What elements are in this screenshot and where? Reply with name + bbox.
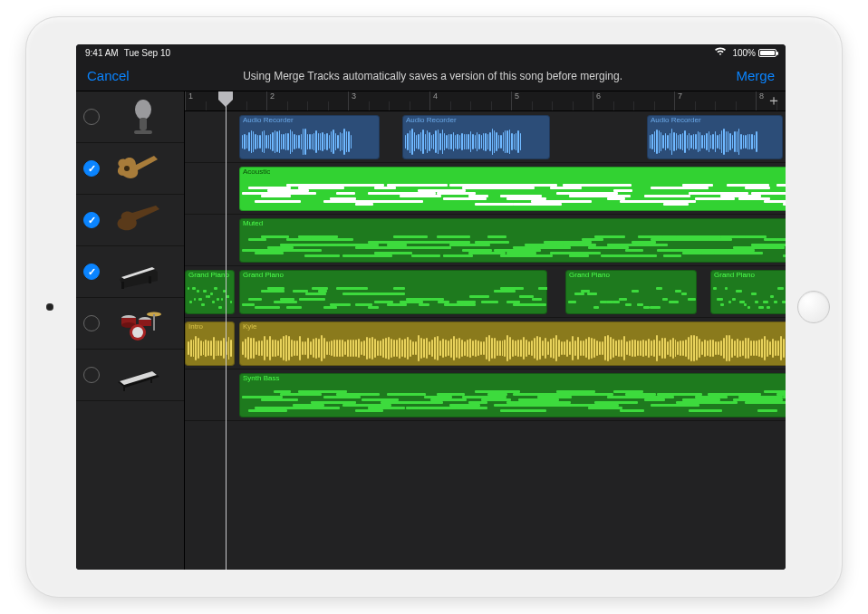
region-label: Grand Piano bbox=[569, 271, 610, 280]
ruler-subtick bbox=[389, 101, 390, 110]
region[interactable]: Kyle bbox=[239, 321, 786, 366]
region-content bbox=[647, 126, 783, 158]
ruler-subtick bbox=[715, 101, 716, 110]
bass-guitar-icon bbox=[107, 200, 170, 240]
region-label: Grand Piano bbox=[188, 271, 229, 280]
track-lane-piano[interactable]: Grand PianoGrand PianoGrand PianoGrand P… bbox=[185, 266, 786, 318]
svg-rect-16 bbox=[150, 378, 152, 383]
ruler-subtick bbox=[695, 101, 696, 110]
track-select-checkbox[interactable] bbox=[83, 160, 100, 177]
region-label: Grand Piano bbox=[243, 271, 284, 280]
track-header-bass-guitar[interactable] bbox=[76, 195, 184, 246]
region-label: Audio Recorder bbox=[651, 116, 701, 125]
region[interactable]: Intro bbox=[185, 321, 235, 366]
region-label: Kyle bbox=[243, 322, 257, 331]
front-camera bbox=[46, 303, 53, 311]
timeline-area[interactable]: ＋ 12345678 Audio RecorderAudio RecorderA… bbox=[185, 91, 786, 570]
ruler-bar-1[interactable]: 1 bbox=[185, 91, 193, 110]
region-label: Audio Recorder bbox=[406, 116, 457, 125]
region-content bbox=[239, 281, 547, 312]
region[interactable]: Audio Recorder bbox=[402, 115, 550, 159]
nav-bar: Cancel Using Merge Tracks automatically … bbox=[76, 61, 786, 91]
region[interactable]: Synth Bass bbox=[239, 373, 786, 417]
track-sidebar bbox=[76, 91, 185, 570]
ruler-bar-4[interactable]: 4 bbox=[429, 91, 438, 110]
svg-point-12 bbox=[132, 327, 143, 338]
ruler-subtick bbox=[470, 101, 471, 110]
ruler-subtick bbox=[491, 101, 492, 110]
region-label: Audio Recorder bbox=[243, 116, 294, 125]
keyboard-icon bbox=[107, 355, 170, 395]
ruler-bar-2[interactable]: 2 bbox=[266, 91, 275, 110]
region[interactable]: Audio Recorder bbox=[239, 115, 380, 159]
region-content bbox=[185, 281, 235, 312]
ruler-subtick bbox=[532, 101, 533, 110]
region[interactable]: Muted bbox=[239, 218, 786, 263]
region-label: Grand Piano bbox=[714, 271, 755, 280]
merge-button[interactable]: Merge bbox=[736, 68, 775, 83]
track-editor: ＋ 12345678 Audio RecorderAudio RecorderA… bbox=[76, 91, 786, 570]
track-select-checkbox[interactable] bbox=[83, 212, 100, 228]
region-label: Intro bbox=[188, 322, 203, 331]
svg-rect-5 bbox=[149, 276, 151, 283]
ruler-bar-6[interactable]: 6 bbox=[593, 91, 601, 110]
track-header-piano[interactable] bbox=[76, 246, 184, 298]
acoustic-guitar-icon bbox=[107, 149, 170, 188]
ruler-subtick bbox=[226, 101, 227, 110]
ruler[interactable]: ＋ 12345678 bbox=[185, 91, 786, 111]
region[interactable]: Acoustic bbox=[239, 167, 786, 211]
track-select-checkbox[interactable] bbox=[83, 315, 100, 331]
ruler-subtick bbox=[328, 101, 329, 110]
wifi-icon bbox=[714, 47, 727, 58]
track-lane-drums[interactable]: IntroKyle bbox=[185, 318, 786, 369]
ruler-subtick bbox=[654, 101, 655, 110]
track-select-checkbox[interactable] bbox=[83, 264, 100, 280]
track-lane-synth[interactable]: Synth Bass bbox=[185, 369, 786, 421]
add-section-button[interactable]: ＋ bbox=[766, 93, 782, 110]
region[interactable]: Audio Recorder bbox=[647, 115, 783, 159]
home-button[interactable] bbox=[797, 291, 830, 323]
track-header-vocal[interactable] bbox=[76, 91, 184, 143]
region-content bbox=[239, 177, 786, 209]
track-header-acoustic[interactable] bbox=[76, 143, 184, 195]
region-content bbox=[402, 126, 550, 158]
region[interactable]: Grand Piano bbox=[565, 270, 697, 314]
cancel-button[interactable]: Cancel bbox=[87, 68, 130, 83]
ipad-frame: 9:41 AM Tue Sep 10 100% Cancel Using Mer… bbox=[25, 16, 843, 598]
region-content bbox=[239, 332, 786, 364]
ruler-bar-3[interactable]: 3 bbox=[348, 91, 356, 110]
region[interactable]: Grand Piano bbox=[239, 270, 547, 314]
region[interactable]: Grand Piano bbox=[185, 270, 235, 314]
piano-icon bbox=[107, 252, 170, 292]
ruler-subtick bbox=[573, 101, 574, 110]
region-label: Muted bbox=[243, 219, 263, 228]
region[interactable]: Grand Piano bbox=[710, 270, 786, 314]
track-header-drums[interactable] bbox=[76, 298, 184, 350]
ruler-bar-8[interactable]: 8 bbox=[756, 91, 764, 110]
ruler-bar-7[interactable]: 7 bbox=[674, 91, 682, 110]
track-lane-vocal[interactable]: Audio RecorderAudio RecorderAudio Record… bbox=[185, 111, 786, 163]
track-lane-acoustic[interactable]: Acoustic bbox=[185, 163, 786, 215]
region-label: Acoustic bbox=[243, 168, 270, 177]
ruler-subtick bbox=[736, 101, 737, 110]
region-content bbox=[565, 281, 697, 312]
svg-rect-2 bbox=[134, 130, 152, 134]
track-select-checkbox[interactable] bbox=[83, 109, 100, 125]
ruler-subtick bbox=[633, 101, 634, 110]
svg-rect-4 bbox=[121, 282, 124, 289]
ruler-subtick bbox=[369, 101, 370, 110]
battery-icon bbox=[758, 49, 776, 57]
svg-rect-15 bbox=[123, 386, 125, 391]
region-label: Synth Bass bbox=[243, 374, 279, 383]
region-content bbox=[185, 332, 235, 364]
ruler-subtick bbox=[613, 101, 614, 110]
status-date: Tue Sep 10 bbox=[124, 48, 170, 58]
track-header-synth[interactable] bbox=[76, 350, 184, 401]
svg-point-0 bbox=[135, 100, 151, 120]
ruler-bar-5[interactable]: 5 bbox=[511, 91, 519, 110]
svg-rect-14 bbox=[153, 314, 155, 331]
track-lane-bass-guitar[interactable]: Muted bbox=[185, 215, 786, 266]
track-lanes: Audio RecorderAudio RecorderAudio Record… bbox=[185, 111, 786, 570]
track-select-checkbox[interactable] bbox=[83, 367, 100, 383]
region-content bbox=[239, 384, 786, 416]
